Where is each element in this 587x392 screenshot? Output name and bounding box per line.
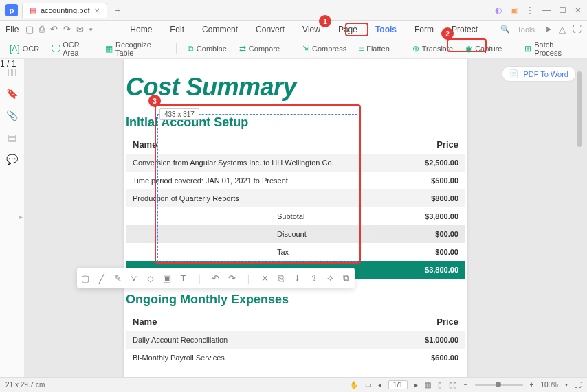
col-price-header: Price [376, 139, 458, 150]
table-row: Daily Account Reconciliation$1,000.00 [126, 331, 465, 349]
col-name-header: Name [133, 316, 376, 327]
compare-button[interactable]: ⇄Compare [235, 42, 284, 56]
tab-home[interactable]: Home [127, 22, 155, 37]
combine-button[interactable]: ⧉Combine [184, 42, 231, 56]
two-page-icon[interactable]: ▯▯ [449, 381, 457, 389]
expand-icon[interactable]: ⛶ [573, 24, 582, 34]
rect-tool-icon[interactable]: ▢ [78, 273, 92, 284]
close-tab-icon[interactable]: ✕ [94, 7, 100, 14]
pdf-icon: ▤ [30, 6, 36, 15]
document-tab[interactable]: ▤ accounting.pdf ✕ [22, 3, 107, 18]
ocr-area-button[interactable]: ⛶OCR Area [47, 38, 97, 59]
undo-icon[interactable]: ↶ [50, 24, 58, 34]
recognize-table-label: Recognize Table [115, 41, 165, 57]
redo-snip-icon[interactable]: ↷ [225, 273, 239, 284]
ocr-area-label: OCR Area [63, 41, 93, 57]
attachment-icon[interactable]: 📎 [6, 110, 18, 121]
zoom-out-icon[interactable]: − [464, 381, 468, 389]
maximize-button[interactable]: ☐ [559, 5, 566, 15]
tax-value: $00.00 [376, 248, 458, 256]
new-tab-button[interactable]: + [113, 5, 124, 16]
comments-icon[interactable]: 💬 [6, 154, 18, 165]
redo-icon[interactable]: ↷ [63, 24, 71, 34]
cell-price: $1,000.00 [376, 336, 458, 344]
tab-form[interactable]: Form [412, 22, 436, 37]
highlight-tool-icon[interactable]: ⋎ [127, 273, 141, 284]
combine-icon: ⧉ [188, 44, 194, 54]
pen-tool-icon[interactable]: ✎ [111, 273, 124, 284]
zoom-in-icon[interactable]: + [530, 381, 534, 389]
zoom-slider-thumb[interactable] [496, 382, 501, 387]
ocr-button[interactable]: [A]OCR [5, 42, 43, 56]
search-icon[interactable]: 🔍 [500, 25, 510, 34]
hand-tool-icon[interactable]: ✋ [350, 381, 358, 389]
capture-toolbar: ▢ ╱ ✎ ⋎ ◇ ▣ T | ↶ ↷ | ✕ ⎘ ⤓ ⇪ ✧ ⧉ [77, 268, 355, 288]
line-tool-icon[interactable]: ╱ [95, 273, 109, 284]
status-bar: 21 x 29.7 cm ✋ ▭ ◂ 1/1 ▸ ▥ ▯ ▯▯ − + 100%… [0, 377, 587, 392]
page-input[interactable]: 1/1 [388, 380, 408, 389]
undo-snip-icon[interactable]: ↶ [209, 273, 223, 284]
next-page-icon[interactable]: ▸ [414, 381, 418, 389]
cloud-icon[interactable]: ▣ [510, 5, 518, 15]
share-icon[interactable]: ➤ [544, 24, 552, 34]
tab-protect[interactable]: Protect [449, 22, 480, 37]
flatten-label: Flatten [366, 45, 390, 53]
pin-snip-icon[interactable]: ✧ [323, 273, 337, 284]
page-size-label: 21 x 29.7 cm [5, 381, 45, 389]
callout-badge-3: 3 [148, 95, 161, 107]
bookmark-icon[interactable]: 🔖 [6, 88, 18, 99]
single-page-icon[interactable]: ▯ [438, 381, 442, 389]
fit-page-icon[interactable]: ▭ [365, 381, 371, 389]
cell-price: $600.00 [376, 354, 458, 362]
share-snip-icon[interactable]: ⇪ [307, 273, 320, 284]
recognize-table-button[interactable]: ▦Recognize Table [101, 38, 169, 59]
batch-button[interactable]: ⊞Batch Process [520, 38, 582, 59]
zoom-chevron-icon[interactable]: ▾ [565, 382, 568, 388]
section-ongoing: Ongoing Monthly Expenses Name Price Dail… [126, 292, 465, 367]
tab-convert[interactable]: Convert [253, 22, 287, 37]
cell-price: $500.00 [376, 176, 458, 185]
zoom-slider[interactable] [475, 384, 523, 386]
eraser-tool-icon[interactable]: ◇ [144, 273, 157, 284]
cloud-sync-icon[interactable]: △ [559, 24, 566, 34]
more-icon[interactable]: ⋮ [526, 5, 534, 15]
print-icon[interactable]: ⎙ [39, 24, 45, 34]
flatten-icon: ≡ [359, 44, 364, 54]
copy-snip-icon[interactable]: ⎘ [274, 273, 288, 284]
close-window-button[interactable]: ✕ [575, 5, 582, 15]
prev-page-icon[interactable]: ◂ [378, 381, 381, 389]
chevron-down-icon[interactable]: ▾ [89, 26, 93, 33]
done-snip-icon[interactable]: ⧉ [340, 273, 353, 284]
word-icon: 📄 [509, 69, 519, 78]
view-mode-icon[interactable]: ▥ [425, 381, 431, 389]
title-bar: p ▤ accounting.pdf ✕ + ◐ ▣ ⋮ — ☐ ✕ [0, 0, 587, 21]
pdf-to-word-label: PDF To Word [523, 70, 568, 78]
tab-edit[interactable]: Edit [167, 22, 187, 37]
sidebar-expand-icon[interactable]: ▸ [19, 213, 23, 220]
tab-tools[interactable]: Tools [373, 22, 399, 37]
tab-comment[interactable]: Comment [199, 22, 241, 37]
page-title: Cost Summary [126, 73, 467, 102]
batch-icon: ⊞ [524, 44, 531, 54]
fill-tool-icon[interactable]: ▣ [160, 273, 174, 284]
ocr-icon: [A] [10, 44, 20, 54]
zoom-level[interactable]: 100% [540, 381, 558, 389]
fullscreen-icon[interactable]: ⛶ [575, 381, 582, 389]
save-snip-icon[interactable]: ⤓ [291, 273, 304, 284]
scrollbar-thumb[interactable] [577, 71, 582, 147]
vertical-scrollbar[interactable] [577, 62, 582, 373]
file-menu[interactable]: File [5, 25, 19, 34]
cell-price: $2,500.00 [376, 159, 458, 167]
text-tool-icon[interactable]: T [176, 273, 190, 284]
pdf-to-word-pill[interactable]: 📄 PDF To Word [502, 66, 576, 82]
layers-icon[interactable]: ▤ [8, 132, 16, 143]
palette-icon[interactable]: ◐ [495, 5, 502, 15]
mail-icon[interactable]: ✉ [76, 24, 84, 34]
open-icon[interactable]: ▢ [25, 24, 34, 34]
flatten-button[interactable]: ≡Flatten [355, 42, 394, 56]
cancel-snip-icon[interactable]: ✕ [258, 273, 272, 284]
minimize-button[interactable]: — [542, 5, 551, 15]
compress-button[interactable]: ⇲Compress [298, 42, 351, 56]
col-price-header: Price [376, 316, 458, 327]
callout-box-selection [155, 104, 361, 264]
